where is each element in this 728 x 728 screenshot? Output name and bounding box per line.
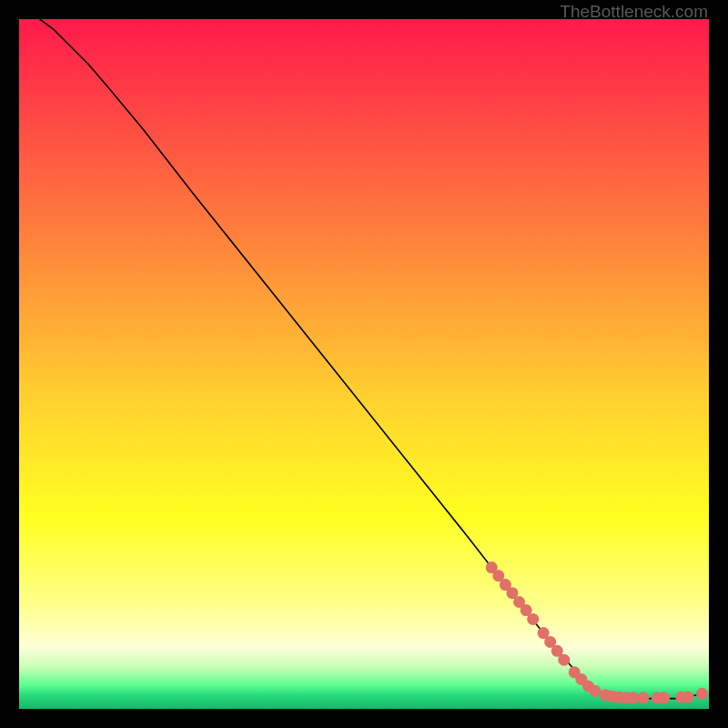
- gradient-background: [19, 19, 709, 709]
- data-point: [627, 692, 639, 703]
- data-point: [682, 692, 694, 703]
- data-point: [527, 613, 539, 625]
- data-point: [658, 692, 670, 703]
- data-point: [558, 654, 570, 666]
- data-point: [696, 688, 708, 700]
- data-point: [637, 692, 649, 703]
- plot-svg: [19, 19, 709, 709]
- plot-area: [19, 19, 709, 709]
- data-point: [589, 685, 601, 697]
- chart-frame: TheBottleneck.com: [0, 0, 728, 728]
